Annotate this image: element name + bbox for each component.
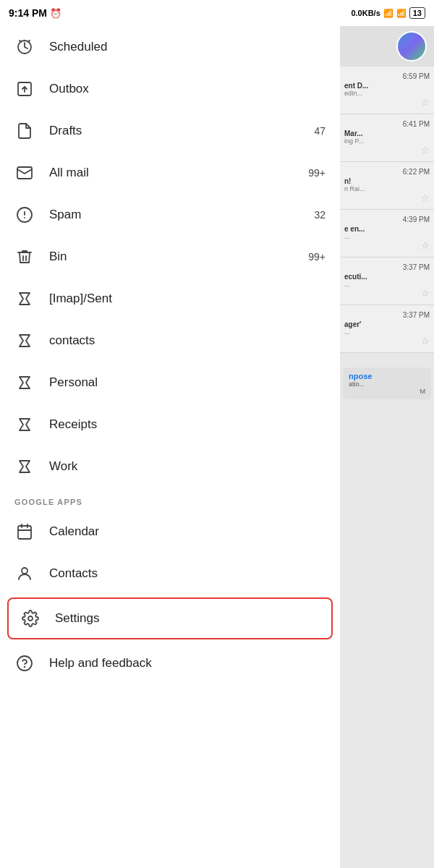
email-sender: ager' (344, 320, 430, 328)
drafts-label: Drafts (49, 124, 314, 138)
calendar-icon (14, 522, 35, 542)
time-text: 9:14 PM (9, 7, 47, 19)
scheduled-label: Scheduled (49, 40, 326, 54)
status-time: 9:14 PM ⏰ (9, 7, 61, 19)
email-preview: edIn... (344, 90, 430, 97)
star-icon: ☆ (344, 97, 430, 108)
email-time: 3:37 PM (344, 263, 430, 271)
email-item-2: 6:41 PM Mar... ing P... ☆ (340, 114, 434, 162)
bin-icon (14, 247, 35, 267)
email-time: 6:41 PM (344, 120, 430, 128)
drafts-icon (14, 121, 35, 141)
allmail-badge: 99+ (308, 167, 326, 179)
wifi-icon: 📶 (396, 9, 407, 18)
drawer-item-calendar[interactable]: Calendar (0, 511, 340, 553)
settings-label: Settings (55, 611, 320, 626)
email-sender: Mar... (344, 129, 430, 137)
network-speed: 0.0KB/s (351, 9, 380, 17)
star-icon: ☆ (344, 145, 430, 156)
panel-header (340, 26, 434, 67)
svg-marker-10 (20, 419, 30, 430)
contacts-label-icon (14, 331, 35, 351)
imap-sent-label: [Imap]/Sent (49, 292, 326, 306)
outbox-icon (14, 79, 35, 99)
contacts-app-label: Contacts (49, 566, 326, 581)
contacts-label-text: contacts (49, 333, 326, 348)
settings-icon (20, 608, 41, 629)
compose-sublabel: atio... (349, 380, 425, 388)
battery-indicator: 13 (409, 7, 425, 19)
drawer-item-spam[interactable]: Spam 32 (0, 194, 340, 236)
email-list-panel: 6:59 PM ent D... edIn... ☆ 6:41 PM Mar..… (340, 26, 434, 868)
email-sender: ecuti... (344, 273, 430, 281)
email-preview: ... (344, 328, 430, 336)
svg-point-18 (17, 656, 32, 671)
drawer-item-drafts[interactable]: Drafts 47 (0, 110, 340, 152)
compose-m: M (349, 388, 425, 395)
drawer-item-bin[interactable]: Bin 99+ (0, 236, 340, 278)
drawer-item-settings[interactable]: Settings (7, 597, 333, 639)
email-time: 4:39 PM (344, 216, 430, 224)
work-icon (14, 456, 35, 477)
email-time: 6:22 PM (344, 168, 430, 176)
google-apps-section-header: GOOGLE APPS (0, 488, 340, 511)
help-label: Help and feedback (49, 656, 326, 671)
navigation-drawer: Scheduled Outbox Drafts 47 All mail 99+ (0, 26, 340, 868)
email-item-1: 6:59 PM ent D... edIn... ☆ (340, 67, 434, 114)
email-item-3: 6:22 PM n! n Rai... ☆ (340, 162, 434, 210)
spam-label: Spam (49, 208, 314, 222)
drawer-item-scheduled[interactable]: Scheduled (0, 26, 340, 68)
email-sender: n! (344, 177, 430, 185)
email-preview: ... (344, 233, 430, 240)
email-preview: ... (344, 281, 430, 288)
email-item-5: 3:37 PM ecuti... ... ☆ (340, 258, 434, 305)
imap-sent-icon (14, 289, 35, 309)
drawer-item-personal[interactable]: Personal (0, 362, 340, 404)
drawer-item-outbox[interactable]: Outbox (0, 68, 340, 110)
drawer-item-contacts-label[interactable]: contacts (0, 320, 340, 362)
drawer-item-allmail[interactable]: All mail 99+ (0, 152, 340, 194)
receipts-label: Receipts (49, 417, 326, 432)
email-sender: ent D... (344, 82, 430, 90)
contacts-app-icon (14, 563, 35, 584)
svg-marker-8 (20, 335, 30, 346)
email-preview: ing P... (344, 137, 430, 145)
star-icon: ☆ (344, 240, 430, 251)
email-item-4: 4:39 PM e en... ... ☆ (340, 210, 434, 258)
svg-marker-9 (20, 377, 30, 388)
battery-level: 13 (413, 9, 422, 17)
alarm-icon: ⏰ (50, 8, 61, 19)
drawer-item-work[interactable]: Work (0, 446, 340, 488)
star-icon: ☆ (344, 192, 430, 203)
allmail-label: All mail (49, 166, 308, 180)
spam-badge: 32 (314, 209, 326, 221)
email-item-6: 3:37 PM ager' ... ☆ (340, 305, 434, 353)
drawer-item-contacts-app[interactable]: Contacts (0, 553, 340, 595)
compose-hint: npose atio... M (343, 367, 431, 399)
outbox-label: Outbox (49, 82, 326, 96)
bin-badge: 99+ (308, 251, 326, 263)
drawer-item-imap-sent[interactable]: [Imap]/Sent (0, 278, 340, 320)
compose-label: npose (349, 372, 425, 380)
drawer-item-help[interactable]: Help and feedback (0, 642, 340, 684)
calendar-label: Calendar (49, 524, 326, 539)
main-layout: Scheduled Outbox Drafts 47 All mail 99+ (0, 26, 434, 868)
signal-icons: 📶 (383, 9, 393, 18)
star-icon: ☆ (344, 336, 430, 346)
svg-point-16 (22, 568, 27, 574)
status-right-icons: 0.0KB/s 📶 📶 13 (351, 7, 425, 19)
help-icon (14, 653, 35, 673)
work-label: Work (49, 459, 326, 474)
avatar (396, 31, 427, 61)
drafts-badge: 47 (314, 125, 326, 137)
svg-marker-11 (20, 461, 30, 472)
personal-icon (14, 373, 35, 393)
email-time: 3:37 PM (344, 311, 430, 319)
svg-rect-12 (18, 526, 31, 539)
allmail-icon (14, 163, 35, 183)
spam-icon (14, 205, 35, 225)
google-apps-label: GOOGLE APPS (14, 498, 82, 506)
receipts-icon (14, 414, 35, 435)
drawer-item-receipts[interactable]: Receipts (0, 404, 340, 446)
personal-label: Personal (49, 375, 326, 390)
